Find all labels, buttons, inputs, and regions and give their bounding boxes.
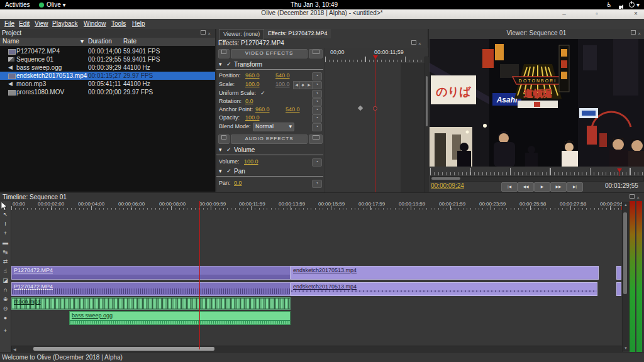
go-to-end-button[interactable]: ▶|	[567, 182, 583, 192]
position-x-field[interactable]: 960.0	[245, 72, 260, 80]
media-row[interactable]: ◀ bass sweep.ogg 00:00:39;29 44100 Hz	[0, 63, 215, 72]
timeline-clip-audio[interactable]: endsketch20170513.mp4	[291, 282, 597, 296]
close-panel-icon[interactable]: ×	[208, 31, 211, 36]
keyframe-selected-circle[interactable]	[373, 106, 377, 111]
media-row-selected[interactable]: endsketch20170513.mp4 00:01:15;27 29.97 …	[0, 72, 215, 80]
snapping-tool-button[interactable]: ∩	[0, 285, 11, 295]
pan-section-header[interactable]: ▾ ✓ Pan	[216, 168, 325, 175]
app-menu-button[interactable]: Olive ▾	[39, 1, 66, 9]
column-duration[interactable]: Duration	[88, 38, 112, 45]
transform-section-header[interactable]: ▾ ✓ Transform	[216, 61, 325, 69]
pointer-tool-button[interactable]: ↖	[0, 210, 11, 219]
collapse-icon[interactable]: ▾	[219, 61, 222, 67]
record-tool-button[interactable]: ●	[0, 314, 11, 323]
anchor-x-field[interactable]: 960.0	[255, 106, 270, 114]
add-audio-effect-button[interactable]	[218, 134, 230, 144]
edit-tool-button[interactable]: I	[0, 219, 11, 229]
menu-playback[interactable]: Playback	[52, 19, 78, 28]
audio-effects-header-button[interactable]: AUDIO EFFECTS	[231, 134, 308, 144]
media-row[interactable]: Sequence 01 00:01:29;55 59.9401 FPS	[0, 55, 215, 63]
timeline-panel-controls[interactable]: ×	[630, 194, 640, 200]
float-panel-icon[interactable]	[631, 30, 636, 35]
video-effects-header-button[interactable]: VIDEO EFFECTS	[231, 49, 308, 58]
tab-viewer-none[interactable]: Viewer: (none)	[219, 29, 264, 40]
zoom-out-tool-button[interactable]: ⊖	[0, 304, 11, 314]
float-panel-icon[interactable]	[630, 194, 635, 199]
opacity-field[interactable]: 100.0	[245, 114, 260, 122]
audio-effects-menu-button[interactable]	[309, 134, 323, 144]
enabled-checkbox[interactable]: ✓	[226, 61, 231, 67]
slip-tool-button[interactable]: ↹	[0, 248, 11, 257]
viewer-panel-controls[interactable]: ×	[631, 30, 641, 36]
sort-arrow-icon[interactable]: ▾	[80, 38, 84, 45]
clock[interactable]: Thu Jan 3, 10:49	[291, 1, 338, 9]
viewer-scrollbar[interactable]	[430, 176, 644, 182]
blend-mode-select[interactable]: Normal ▾	[253, 123, 294, 131]
minimize-button[interactable]: –	[558, 9, 570, 19]
close-panel-icon[interactable]: ×	[636, 195, 640, 200]
tab-effects[interactable]: Effects: P1270472.MP4	[264, 29, 331, 38]
rotation-field[interactable]: 0.0	[245, 97, 253, 106]
enabled-checkbox[interactable]: ✓	[226, 146, 231, 153]
column-name[interactable]: Name	[3, 38, 19, 45]
accessibility-icon[interactable]: ♿	[606, 1, 612, 9]
scale-x-field[interactable]: 100.0	[245, 80, 260, 89]
menu-help[interactable]: Help	[132, 19, 145, 28]
viewer-current-timecode[interactable]: 00:00:09;24	[431, 182, 464, 189]
media-row[interactable]: P1270472.MP4 00:00:14;00 59.9401 FPS	[0, 47, 215, 55]
keyframe-toggle-button[interactable]: ◔	[312, 114, 322, 123]
media-row[interactable]: ◀ moon.mp3 00:05:41;11 44100 Hz	[0, 80, 215, 88]
timeline-clip-audio[interactable]: bass sweep.ogg	[69, 311, 291, 325]
float-panel-icon[interactable]	[411, 40, 416, 45]
timeline-playhead-line[interactable]	[199, 201, 200, 349]
menu-view[interactable]: View	[35, 19, 48, 28]
pan-field[interactable]: 0.0	[234, 179, 242, 187]
go-to-start-button[interactable]: |◀	[501, 182, 518, 192]
keyframe-toggle-button[interactable]: ◔	[312, 81, 322, 89]
timeline-clip-audio[interactable]: moon.mp3	[11, 297, 291, 310]
keyframe-toggle-button[interactable]: ◔	[312, 72, 322, 80]
keyframe-playhead-marker[interactable]	[373, 55, 378, 59]
close-button[interactable]: ×	[630, 9, 641, 19]
position-y-field[interactable]: 540.0	[275, 72, 290, 80]
viewer-playhead-marker[interactable]	[617, 168, 622, 172]
slide-tool-button[interactable]: ⇄	[0, 257, 11, 266]
timeline-tracks[interactable]: P1270472.MP4 endsketch20170513.mp4 P1270…	[11, 210, 621, 345]
window-titlebar[interactable]: Olive (December 2018 | Alpha) - <untitle…	[0, 9, 644, 19]
ripple-tool-button[interactable]: +	[0, 229, 11, 238]
close-panel-icon[interactable]: ×	[638, 31, 641, 36]
float-panel-icon[interactable]	[201, 30, 206, 35]
timeline-vertical-scrollbar[interactable]: ▲ ▼	[622, 202, 630, 351]
keyframe-toggle-button[interactable]: ◔	[312, 180, 322, 188]
play-button[interactable]: ▶	[534, 182, 550, 192]
video-effects-menu-button[interactable]	[309, 49, 323, 58]
video-preview[interactable]: のりば Asahi DOTONBORI 道頓堀	[430, 39, 644, 167]
menu-edit[interactable]: Edit	[19, 19, 30, 28]
zoom-in-tool-button[interactable]: ⊕	[0, 295, 11, 304]
razor-tool-button[interactable]: ▬	[0, 238, 11, 248]
timeline-clip-audio[interactable]: P1270472.MP4	[11, 282, 291, 296]
timeline-clip-fragment[interactable]	[616, 266, 621, 280]
effects-panel-controls[interactable]: ×	[411, 40, 422, 47]
volume-section-header[interactable]: ▾ ✓ Volume	[216, 146, 325, 154]
viewer-ruler[interactable]	[430, 168, 643, 175]
scroll-left-icon[interactable]: ◀	[13, 347, 16, 351]
column-rate[interactable]: Rate	[123, 38, 136, 45]
keyframe-toggle-button[interactable]: ◔	[312, 158, 322, 167]
menu-file[interactable]: File	[4, 19, 14, 28]
transition-tool-button[interactable]: ◪	[0, 276, 11, 285]
maximize-button[interactable]: ▫	[591, 9, 602, 19]
collapse-icon[interactable]: ▾	[219, 146, 222, 153]
project-panel-controls[interactable]: ×	[201, 30, 211, 36]
activities-button[interactable]: Activities	[5, 1, 30, 9]
timeline-clip-fragment[interactable]	[616, 282, 621, 296]
scroll-down-icon[interactable]: ▼	[624, 346, 628, 350]
scroll-up-icon[interactable]: ▲	[624, 203, 628, 207]
add-tool-button[interactable]: +	[0, 326, 11, 336]
collapse-icon[interactable]: ▾	[219, 168, 222, 174]
timeline-ruler[interactable]: 00;00 00:00:02;00 00:00:04;00 00:00:06;0…	[0, 201, 644, 210]
hand-tool-button[interactable]: ☝	[0, 266, 11, 276]
system-menu-chevron-icon[interactable]: ▾	[636, 1, 640, 9]
timeline-clip-video[interactable]: endsketch20170513.mp4	[291, 266, 599, 280]
next-frame-button[interactable]: ▶▶	[550, 182, 567, 192]
